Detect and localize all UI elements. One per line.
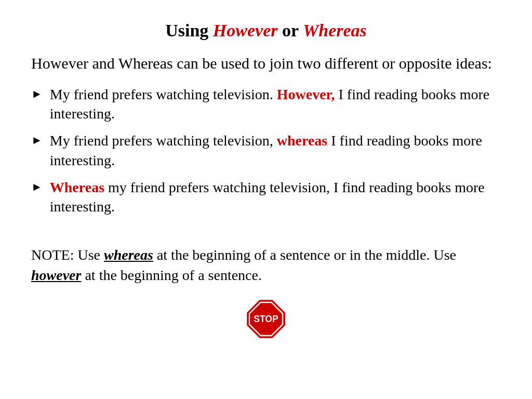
note-section: NOTE: Use whereas at the beginning of a … (31, 245, 501, 285)
bullet-arrow-1: ► (31, 86, 43, 102)
bullet-list: ► My friend prefers watching television.… (31, 85, 501, 224)
slide-title: Using However or Whereas (31, 21, 501, 41)
note-middle: at the beginning of a sentence or in the… (153, 247, 456, 263)
note-however: however (31, 267, 81, 283)
bullet2-keyword: whereas (277, 132, 327, 149)
title-prefix: Using (165, 21, 213, 40)
title-however: However (213, 21, 278, 40)
title-whereas: Whereas (303, 21, 367, 40)
bullet-text-3: Whereas my friend prefers watching telev… (50, 178, 501, 217)
bullet-arrow-2: ► (31, 132, 43, 148)
stop-sign-container: STOP (31, 298, 501, 340)
bullet3-keyword: Whereas (50, 179, 104, 195)
bullet3-after: my friend prefers watching television, I… (50, 179, 485, 215)
slide: Using However or Whereas However and Whe… (0, 0, 532, 399)
bullet-item-3: ► Whereas my friend prefers watching tel… (31, 178, 501, 217)
note-whereas: whereas (104, 247, 153, 263)
intro-text: However and Whereas can be used to join … (31, 53, 492, 74)
bullet1-keyword: However, (277, 86, 335, 102)
bullet-arrow-3: ► (31, 179, 43, 195)
bullet-text-2: My friend prefers watching television, w… (50, 131, 501, 170)
note-suffix: at the beginning of a sentence. (81, 267, 262, 283)
stop-sign-icon: STOP (245, 298, 287, 340)
bullet-item-2: ► My friend prefers watching television,… (31, 131, 501, 170)
svg-text:STOP: STOP (254, 314, 278, 324)
bullet-item-1: ► My friend prefers watching television.… (31, 85, 501, 124)
bullet-text-1: My friend prefers watching television. H… (50, 85, 501, 124)
bullet1-before: My friend prefers watching television. (50, 86, 277, 102)
bullet2-before: My friend prefers watching television, (50, 132, 277, 149)
title-connector: or (278, 21, 303, 40)
note-prefix: NOTE: Use (31, 247, 104, 263)
